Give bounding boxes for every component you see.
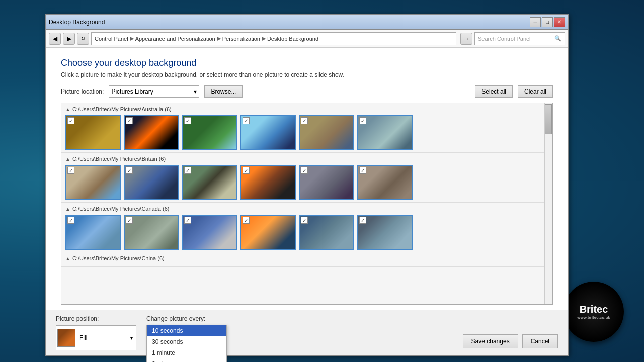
- window-title: Desktop Background: [49, 19, 105, 26]
- thumb-checkbox-canada-6[interactable]: ✓: [359, 217, 366, 224]
- canada-image-row: ✓ ✓ ✓ ✓ ✓ ✓: [65, 215, 544, 250]
- group-collapse-icon-china: ▲: [65, 256, 70, 261]
- search-go-button[interactable]: →: [460, 33, 472, 45]
- thumb-canada-4[interactable]: ✓: [240, 215, 296, 250]
- interval-dropdown-container: 1 day ▾ 10 seconds 30 seconds 1 minute 3…: [146, 325, 227, 338]
- dropdown-item-1min[interactable]: 1 minute: [147, 347, 226, 358]
- thumb-australia-4[interactable]: ✓: [240, 115, 296, 150]
- fill-select-arrow-icon: ▾: [130, 335, 133, 341]
- thumb-britain-1[interactable]: ✓: [65, 165, 121, 200]
- dropdown-item-10sec[interactable]: 10 seconds: [147, 325, 226, 336]
- thumb-canada-5[interactable]: ✓: [299, 215, 354, 250]
- thumb-britain-3[interactable]: ✓: [182, 165, 237, 200]
- page-subtitle: Click a picture to make it your desktop …: [61, 71, 553, 78]
- britain-image-row: ✓ ✓ ✓ ✓ ✓ ✓: [65, 165, 544, 200]
- clear-all-button[interactable]: Clear all: [518, 85, 553, 98]
- thumb-checkbox-canada-3[interactable]: ✓: [184, 217, 191, 224]
- dropdown-item-30sec[interactable]: 30 seconds: [147, 336, 226, 347]
- group-header-australia[interactable]: ▲ C:\Users\Britec\My Pictures\Australia …: [65, 106, 544, 112]
- search-bar[interactable]: Search Control Panel 🔍: [474, 32, 565, 45]
- cancel-button[interactable]: Cancel: [522, 334, 558, 348]
- maximize-button[interactable]: □: [542, 17, 553, 27]
- thumb-checkbox-britain-5[interactable]: ✓: [301, 167, 308, 174]
- save-changes-button[interactable]: Save changes: [463, 334, 518, 348]
- change-picture-row: 1 day ▾ 10 seconds 30 seconds 1 minute 3…: [146, 325, 227, 338]
- picture-position-label: Picture position:: [56, 315, 136, 322]
- thumb-canada-6[interactable]: ✓: [357, 215, 413, 250]
- thumb-canada-2[interactable]: ✓: [124, 215, 179, 250]
- thumb-britain-6[interactable]: ✓: [357, 165, 413, 200]
- title-bar: Desktop Background ─ □ ✕: [46, 15, 568, 30]
- thumb-checkbox-canada-1[interactable]: ✓: [67, 217, 74, 224]
- back-button[interactable]: ◀: [49, 33, 61, 45]
- thumb-australia-1[interactable]: ✓: [65, 115, 121, 150]
- thumb-canada-3[interactable]: ✓: [182, 215, 237, 250]
- page-title: Choose your desktop background: [61, 58, 553, 68]
- group-header-canada[interactable]: ▲ C:\Users\Britec\My Pictures\Canada (6): [65, 206, 544, 212]
- image-grid-container[interactable]: ▲ C:\Users\Britec\My Pictures\Australia …: [61, 103, 553, 305]
- search-icon: 🔍: [554, 35, 561, 42]
- change-picture-section: Change picture every: 1 day ▾ 10 seconds…: [146, 315, 227, 348]
- thumb-checkbox-britain-3[interactable]: ✓: [184, 167, 191, 174]
- interval-dropdown-menu: 10 seconds 30 seconds 1 minute 3 minutes…: [146, 325, 227, 362]
- thumb-britain-4[interactable]: ✓: [240, 165, 296, 200]
- thumb-checkbox-britain-4[interactable]: ✓: [243, 167, 250, 174]
- fill-value: Fill: [77, 334, 128, 341]
- thumb-checkbox-australia-3[interactable]: ✓: [184, 117, 191, 124]
- main-content: Choose your desktop background Click a p…: [46, 48, 568, 310]
- thumb-checkbox-canada-4[interactable]: ✓: [243, 217, 250, 224]
- thumb-checkbox-australia-1[interactable]: ✓: [67, 117, 74, 124]
- group-label-australia: C:\Users\Britec\My Pictures\Australia (6…: [72, 106, 172, 112]
- breadcrumb-item-appearance[interactable]: Appearance and Personalization: [135, 36, 215, 42]
- minimize-button[interactable]: ─: [530, 17, 541, 27]
- thumb-checkbox-australia-2[interactable]: ✓: [126, 117, 133, 124]
- group-label-canada: C:\Users\Britec\My Pictures\Canada (6): [72, 206, 170, 212]
- group-collapse-icon-britain: ▲: [65, 156, 70, 162]
- group-header-britain[interactable]: ▲ C:\Users\Britec\My Pictures\Britain (6…: [65, 156, 544, 162]
- desktop-background-window: Desktop Background ─ □ ✕ ◀ ▶ ↻ Control P…: [45, 14, 569, 356]
- dropdown-item-3min[interactable]: 3 minutes: [147, 358, 226, 362]
- thumb-australia-2[interactable]: ✓: [124, 115, 179, 150]
- thumb-australia-5[interactable]: ✓: [299, 115, 354, 150]
- picture-position-select[interactable]: Fill ▾: [56, 325, 136, 350]
- bottom-bar: Picture position: Fill ▾ Change picture …: [46, 310, 568, 355]
- thumb-checkbox-canada-2[interactable]: ✓: [126, 217, 133, 224]
- group-header-china[interactable]: ▲ C:\Users\Britec\My Pictures\China (6): [65, 255, 544, 261]
- picture-position-section: Picture position: Fill ▾: [56, 315, 136, 350]
- image-group-britain: ▲ C:\Users\Britec\My Pictures\Britain (6…: [61, 153, 552, 203]
- group-collapse-icon-canada: ▲: [65, 206, 70, 212]
- thumb-australia-3[interactable]: ✓: [182, 115, 237, 150]
- thumb-checkbox-australia-4[interactable]: ✓: [243, 117, 250, 124]
- thumb-checkbox-canada-5[interactable]: ✓: [301, 217, 308, 224]
- picture-location-value: Pictures Library: [111, 88, 153, 95]
- thumb-britain-2[interactable]: ✓: [124, 165, 179, 200]
- select-all-button[interactable]: Select all: [475, 85, 513, 98]
- thumb-canada-1[interactable]: ✓: [65, 215, 121, 250]
- group-label-britain: C:\Users\Britec\My Pictures\Britain (6): [72, 156, 166, 162]
- scrollbar-track[interactable]: [544, 103, 552, 304]
- image-group-china: ▲ C:\Users\Britec\My Pictures\China (6): [61, 252, 552, 267]
- title-bar-buttons: ─ □ ✕: [530, 17, 565, 27]
- breadcrumb-item-personalization[interactable]: Personalization: [222, 36, 260, 42]
- breadcrumb-item-control-panel[interactable]: Control Panel: [95, 36, 128, 42]
- thumb-britain-5[interactable]: ✓: [299, 165, 354, 200]
- breadcrumb[interactable]: Control Panel ▶ Appearance and Personali…: [91, 32, 456, 45]
- breadcrumb-sep-2: ▶: [217, 35, 221, 42]
- close-button[interactable]: ✕: [554, 17, 565, 27]
- thumb-checkbox-australia-6[interactable]: ✓: [359, 117, 366, 124]
- thumb-checkbox-britain-6[interactable]: ✓: [359, 167, 366, 174]
- thumb-australia-6[interactable]: ✓: [357, 115, 413, 150]
- thumb-checkbox-australia-5[interactable]: ✓: [301, 117, 308, 124]
- breadcrumb-item-desktop-background[interactable]: Desktop Background: [267, 36, 318, 42]
- change-picture-label: Change picture every:: [146, 315, 227, 322]
- refresh-button[interactable]: ↻: [77, 33, 89, 45]
- forward-button[interactable]: ▶: [63, 33, 75, 45]
- scrollbar-thumb[interactable]: [545, 104, 552, 134]
- picture-location-select[interactable]: Pictures Library ▾: [109, 85, 199, 98]
- browse-button[interactable]: Browse...: [204, 85, 243, 98]
- thumb-checkbox-britain-1[interactable]: ✓: [67, 167, 74, 174]
- bottom-actions: Save changes Cancel: [463, 334, 558, 348]
- search-placeholder: Search Control Panel: [478, 36, 531, 42]
- thumb-checkbox-britain-2[interactable]: ✓: [126, 167, 133, 174]
- picture-location-label: Picture location:: [61, 88, 104, 95]
